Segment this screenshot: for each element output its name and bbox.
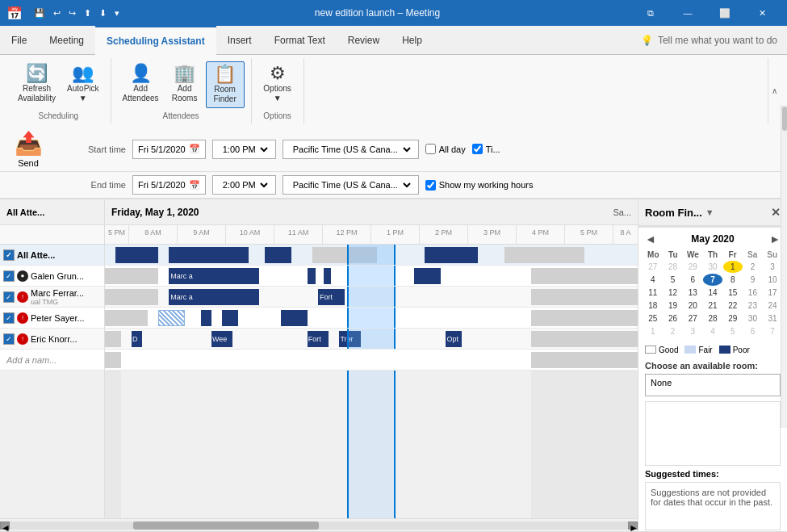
room-finder-close-button[interactable]: ✕ <box>771 206 781 219</box>
end-time-input[interactable]: 2:00 PM <box>212 175 276 195</box>
autopick-button[interactable]: 👥 AutoPick▼ <box>62 61 103 107</box>
cal-cell-jun-2[interactable]: 2 <box>664 325 683 337</box>
cal-cell-may-28[interactable]: 28 <box>703 312 722 325</box>
cal-cell-may-5[interactable]: 5 <box>664 274 683 286</box>
tab-format-text[interactable]: Format Text <box>263 26 337 55</box>
cal-cell-jun-7[interactable]: 7 <box>763 325 782 337</box>
start-time-input[interactable]: 1:00 PM <box>212 140 276 159</box>
undo-button[interactable]: ↩ <box>50 6 64 20</box>
end-date-input[interactable]: Fri 5/1/2020 📅 <box>132 175 206 195</box>
cal-cell-may-25[interactable]: 25 <box>643 312 663 325</box>
customize-button[interactable]: ▾ <box>111 6 123 20</box>
timezone-checkbox[interactable] <box>472 144 483 154</box>
tab-review[interactable]: Review <box>337 26 391 55</box>
up-button[interactable]: ⬆ <box>81 6 94 20</box>
galen-check[interactable]: ✓ <box>3 270 15 282</box>
start-timezone-select[interactable]: Pacific Time (US & Cana... <box>288 144 413 155</box>
end-timezone-input[interactable]: Pacific Time (US & Cana... <box>283 175 419 195</box>
end-timezone-select[interactable]: Pacific Time (US & Cana... <box>288 179 413 191</box>
cal-cell-may-15[interactable]: 15 <box>723 287 743 299</box>
cal-cell-may-30[interactable]: 30 <box>743 312 763 325</box>
minimize-button[interactable]: — <box>669 0 706 26</box>
send-button[interactable]: 📤 Send <box>15 130 43 168</box>
cal-cell-may-24[interactable]: 24 <box>763 300 782 312</box>
scroll-left-arrow[interactable]: ◄ <box>0 522 10 530</box>
cal-cell-may-20[interactable]: 20 <box>683 300 702 312</box>
cal-cell-may-6[interactable]: 6 <box>683 274 702 286</box>
timeline-scrollbar[interactable]: ◄ ► <box>0 518 638 531</box>
cal-cell-may-31[interactable]: 31 <box>763 312 782 325</box>
scroll-track[interactable] <box>10 522 628 530</box>
tab-file[interactable]: File <box>0 26 38 55</box>
start-timezone-input[interactable]: Pacific Time (US & Cana... <box>283 140 419 159</box>
cal-cell-may-19[interactable]: 19 <box>664 300 683 312</box>
cal-cell-may-12[interactable]: 12 <box>664 287 683 299</box>
start-time-select[interactable]: 1:00 PM <box>218 144 270 155</box>
cal-cell-jun-4[interactable]: 4 <box>703 325 722 337</box>
cal-cell-may-16[interactable]: 16 <box>743 287 763 299</box>
start-date-calendar-icon[interactable]: 📅 <box>189 144 200 154</box>
cal-cell-may-13[interactable]: 13 <box>683 287 702 299</box>
tab-insert[interactable]: Insert <box>216 26 263 55</box>
cal-cell-may-22[interactable]: 22 <box>723 300 743 312</box>
cal-cell-may-17[interactable]: 17 <box>763 287 782 299</box>
start-date-input[interactable]: Fri 5/1/2020 📅 <box>132 140 206 159</box>
scroll-thumb[interactable] <box>133 522 319 530</box>
show-working-hours-checkbox[interactable] <box>425 180 436 191</box>
cal-cell-may-4[interactable]: 4 <box>643 274 663 286</box>
cal-cell-apr-29[interactable]: 29 <box>683 261 702 273</box>
cal-cell-may-23[interactable]: 23 <box>743 300 763 312</box>
end-time-select[interactable]: 2:00 PM <box>218 179 270 191</box>
peter-check[interactable]: ✓ <box>3 312 15 324</box>
refresh-availability-button[interactable]: 🔄 RefreshAvailability <box>13 61 61 107</box>
add-attendees-button[interactable]: 👤 AddAttendees <box>118 61 164 107</box>
close-button[interactable]: ✕ <box>743 0 781 26</box>
room-finder-button[interactable]: 📋 RoomFinder <box>206 61 245 108</box>
cal-cell-may-29[interactable]: 29 <box>723 312 743 325</box>
redo-button[interactable]: ↪ <box>65 6 79 20</box>
add-name-row[interactable]: Add a nam... <box>0 350 638 371</box>
add-rooms-button[interactable]: 🏢 AddRooms <box>165 61 204 107</box>
marc-check[interactable]: ✓ <box>3 291 15 303</box>
cal-cell-jun-1[interactable]: 1 <box>643 325 663 337</box>
down-button[interactable]: ⬇ <box>96 6 110 20</box>
cal-cell-apr-30[interactable]: 30 <box>703 261 722 273</box>
cal-cell-may-26[interactable]: 26 <box>664 312 683 325</box>
cal-cell-apr-28[interactable]: 28 <box>664 261 683 273</box>
calendar-prev-button[interactable]: ◄ <box>645 232 656 245</box>
end-date-calendar-icon[interactable]: 📅 <box>189 180 200 191</box>
cal-cell-may-9[interactable]: 9 <box>743 274 763 286</box>
room-finder-dropdown-arrow[interactable]: ▼ <box>705 207 714 217</box>
room-dropdown[interactable]: None <box>645 374 781 396</box>
cal-cell-may-10[interactable]: 10 <box>763 274 782 286</box>
cal-cell-may-11[interactable]: 11 <box>643 287 663 299</box>
ribbon-collapse-button[interactable]: ∧ <box>768 58 781 124</box>
cal-cell-may-8[interactable]: 8 <box>723 274 743 286</box>
restore-button[interactable]: ⧉ <box>632 0 669 26</box>
add-name-label[interactable]: Add a nam... <box>0 350 105 370</box>
cal-cell-may-7[interactable]: 7 <box>703 274 722 286</box>
cal-cell-may-21[interactable]: 21 <box>703 300 722 312</box>
scroll-right-arrow[interactable]: ► <box>628 522 638 530</box>
cal-cell-jun-3[interactable]: 3 <box>683 325 702 337</box>
options-button[interactable]: ⚙ Options▼ <box>258 61 297 107</box>
tab-help[interactable]: Help <box>391 26 433 55</box>
tab-scheduling-assistant[interactable]: Scheduling Assistant <box>95 26 216 55</box>
cal-cell-jun-5[interactable]: 5 <box>723 325 743 337</box>
calendar-next-button[interactable]: ► <box>769 232 781 245</box>
cal-cell-may-27[interactable]: 27 <box>683 312 702 325</box>
save-button[interactable]: 💾 <box>31 6 48 20</box>
room-finder-scrollbar[interactable] <box>781 199 787 428</box>
cal-cell-may-18[interactable]: 18 <box>643 300 663 312</box>
cal-cell-may-3[interactable]: 3 <box>763 261 782 273</box>
all-attendees-check[interactable]: ✓ <box>3 249 15 261</box>
cal-cell-apr-27[interactable]: 27 <box>643 261 663 273</box>
all-day-checkbox[interactable] <box>425 144 436 154</box>
cal-cell-may-1[interactable]: 1 <box>723 261 743 273</box>
cal-cell-jun-6[interactable]: 6 <box>743 325 763 337</box>
cal-cell-may-14[interactable]: 14 <box>703 287 722 299</box>
cal-cell-may-2[interactable]: 2 <box>743 261 763 273</box>
tab-meeting[interactable]: Meeting <box>38 26 95 55</box>
maximize-button[interactable]: ⬜ <box>706 0 743 26</box>
eric-check[interactable]: ✓ <box>3 333 15 345</box>
